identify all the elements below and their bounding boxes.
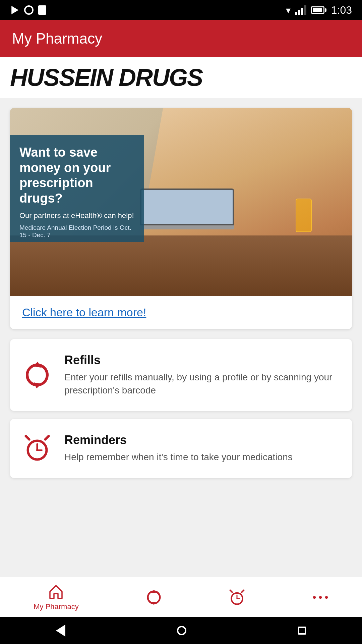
android-back-button[interactable] (56, 625, 65, 637)
reminders-description: Help remember when it's time to take you… (64, 450, 340, 464)
nav-item-my-pharmacy[interactable]: My Pharmacy (34, 584, 78, 611)
ad-table (10, 235, 352, 296)
store-name: HUSSEIN DRUGS (10, 64, 202, 91)
reminders-card[interactable]: Reminders Help remember when it's time t… (10, 419, 352, 478)
android-home-button[interactable] (177, 626, 186, 635)
play-icon (10, 5, 19, 15)
laptop-screen (140, 189, 234, 225)
svg-point-16 (319, 596, 322, 598)
svg-line-2 (26, 436, 29, 439)
status-time: 1:03 (331, 4, 352, 16)
ad-link-area[interactable]: Click here to learn more! (10, 296, 352, 329)
signal-icon (295, 5, 306, 15)
nav-item-more[interactable] (312, 589, 328, 605)
refills-card[interactable]: Refills Enter your refills manually, by … (10, 339, 352, 411)
ad-subtext: Our partners at eHealth® can help! (19, 211, 135, 220)
svg-line-11 (242, 590, 244, 592)
ad-card: Want to save money on your prescription … (10, 108, 352, 329)
svg-point-15 (313, 596, 316, 598)
nav-item-refills[interactable] (146, 589, 162, 605)
refills-icon (24, 362, 51, 388)
ad-overlay-box: Want to save money on your prescription … (10, 135, 144, 242)
nav-spacer (10, 486, 352, 553)
refills-title: Refills (64, 353, 340, 367)
reminders-icon-wrap (22, 433, 52, 463)
app-bar-title: My Pharmacy (12, 30, 102, 47)
laptop-base (140, 225, 234, 229)
svg-line-10 (230, 590, 232, 592)
ad-glass (296, 199, 312, 232)
scroll-content: Want to save money on your prescription … (0, 108, 362, 560)
svg-point-17 (325, 596, 328, 598)
app-bar: My Pharmacy (0, 20, 362, 57)
refills-nav-icon (146, 589, 162, 605)
status-left-icons (10, 5, 46, 15)
reminders-text: Reminders Help remember when it's time t… (64, 433, 340, 464)
refills-description: Enter your refills manually, by using a … (64, 371, 340, 397)
refills-text: Refills Enter your refills manually, by … (64, 353, 340, 397)
android-recents-button[interactable] (298, 627, 306, 635)
wifi-icon: ▾ (286, 5, 291, 16)
android-nav-bar (0, 617, 362, 644)
sim-icon (38, 5, 46, 15)
nav-label-my-pharmacy: My Pharmacy (34, 602, 78, 611)
reminders-nav-icon (229, 589, 245, 605)
more-icon (312, 589, 328, 605)
home-icon (48, 584, 64, 600)
ad-learn-more-link[interactable]: Click here to learn more! (22, 306, 146, 319)
battery-icon (311, 6, 326, 14)
record-icon (24, 5, 34, 15)
store-name-banner: HUSSEIN DRUGS (0, 57, 362, 98)
reminders-title: Reminders (64, 433, 340, 447)
ad-detail: Medicare Annual Election Period is Oct. … (19, 224, 135, 239)
ad-headline: Want to save money on your prescription … (19, 145, 135, 206)
bottom-nav: My Pharmacy (0, 577, 362, 617)
ad-image: Want to save money on your prescription … (10, 108, 352, 296)
refills-icon-wrap (22, 360, 52, 390)
reminders-icon (24, 435, 51, 462)
svg-line-3 (45, 436, 49, 439)
ad-laptop (140, 189, 234, 235)
status-bar: ▾ 1:03 (0, 0, 362, 20)
status-right-icons: ▾ 1:03 (286, 4, 352, 16)
nav-item-reminders[interactable] (229, 589, 245, 605)
